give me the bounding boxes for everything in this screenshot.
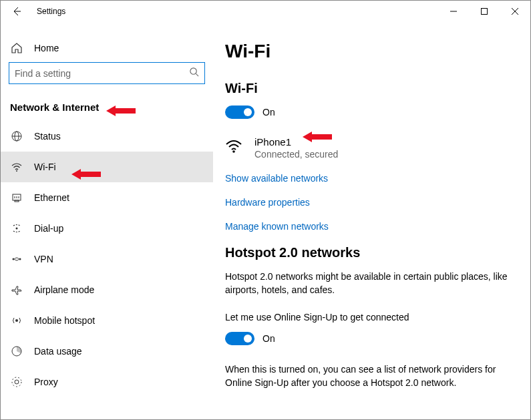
hotspot-prompt: Let me use Online Sign-Up to get connect… (225, 312, 517, 323)
home-icon (10, 42, 23, 54)
home-button[interactable]: Home (1, 34, 213, 62)
category-heading: Network & Internet (1, 93, 213, 121)
sidebar-item-status[interactable]: Status (1, 121, 213, 152)
dialup-icon (10, 222, 23, 234)
svg-point-19 (15, 319, 18, 322)
maximize-button[interactable] (469, 1, 500, 22)
hotspot-toggle[interactable] (225, 332, 254, 345)
sidebar-item-label: Wi-Fi (34, 162, 56, 172)
maximize-icon (481, 8, 488, 15)
sidebar-item-label: VPN (34, 254, 53, 264)
search-input[interactable] (15, 68, 189, 79)
svg-point-5 (190, 68, 196, 74)
sidebar-item-wifi[interactable]: Wi-Fi (1, 152, 213, 182)
sidebar-item-hotspot[interactable]: Mobile hotspot (1, 305, 213, 336)
sidebar-item-label: Mobile hotspot (34, 315, 95, 326)
wifi-toggle-label: On (262, 107, 275, 118)
titlebar: Settings (1, 1, 530, 22)
back-arrow-icon (11, 6, 22, 17)
search-icon (189, 67, 199, 79)
wifi-signal-icon (225, 138, 242, 160)
svg-point-23 (232, 150, 235, 153)
wifi-toggle[interactable] (225, 106, 254, 119)
hotspot-icon (10, 314, 23, 327)
svg-rect-2 (482, 9, 488, 15)
sidebar: Home Network & Internet Status Wi-Fi (1, 22, 213, 420)
sidebar-item-label: Data usage (34, 346, 82, 357)
sidebar-item-label: Proxy (34, 377, 58, 387)
svg-point-21 (15, 380, 19, 384)
sidebar-item-dialup[interactable]: Dial-up (1, 213, 213, 244)
current-network[interactable]: iPhone1 Connected, secured (225, 136, 517, 160)
sidebar-item-vpn[interactable]: VPN (1, 244, 213, 274)
proxy-icon (10, 376, 23, 388)
svg-point-22 (12, 377, 21, 387)
hotspot-note: When this is turned on, you can see a li… (225, 363, 517, 390)
vpn-icon (10, 253, 23, 265)
sidebar-item-ethernet[interactable]: Ethernet (1, 182, 213, 213)
svg-point-16 (16, 228, 18, 230)
minimize-icon (450, 8, 457, 15)
hotspot-section-title: Hotspot 2.0 networks (225, 245, 517, 260)
window-controls (438, 1, 530, 22)
datausage-icon (10, 345, 23, 357)
sidebar-item-proxy[interactable]: Proxy (1, 367, 213, 397)
svg-point-10 (16, 170, 17, 172)
sidebar-item-label: Airplane mode (34, 284, 94, 295)
close-button[interactable] (500, 1, 530, 22)
network-status: Connected, secured (254, 149, 338, 160)
network-name: iPhone1 (254, 136, 338, 148)
sidebar-item-label: Dial-up (34, 223, 63, 234)
sidebar-item-label: Status (34, 131, 61, 142)
window-title: Settings (37, 7, 65, 16)
page-title: Wi-Fi (225, 41, 517, 62)
content-pane: Wi-Fi Wi-Fi On iPhone1 Connected, secure… (213, 22, 530, 420)
svg-point-17 (13, 258, 15, 260)
svg-point-18 (19, 258, 21, 260)
svg-line-6 (196, 73, 198, 76)
manage-known-networks-link[interactable]: Manage known networks (225, 221, 517, 232)
hotspot-description: Hotspot 2.0 networks might be available … (225, 270, 517, 297)
ethernet-icon (10, 192, 23, 204)
hotspot-toggle-label: On (262, 333, 275, 344)
airplane-icon (10, 284, 23, 296)
sidebar-item-airplane[interactable]: Airplane mode (1, 274, 213, 305)
wifi-section-title: Wi-Fi (225, 81, 517, 96)
back-button[interactable] (1, 1, 33, 22)
wifi-icon (10, 161, 23, 173)
hardware-properties-link[interactable]: Hardware properties (225, 197, 517, 208)
home-label: Home (34, 43, 59, 53)
svg-rect-12 (15, 200, 19, 202)
globe-icon (10, 130, 23, 142)
show-networks-link[interactable]: Show available networks (225, 173, 517, 184)
minimize-button[interactable] (438, 1, 469, 22)
close-icon (512, 8, 518, 15)
sidebar-item-label: Ethernet (34, 192, 69, 203)
search-box[interactable] (9, 62, 205, 84)
sidebar-item-datausage[interactable]: Data usage (1, 336, 213, 367)
